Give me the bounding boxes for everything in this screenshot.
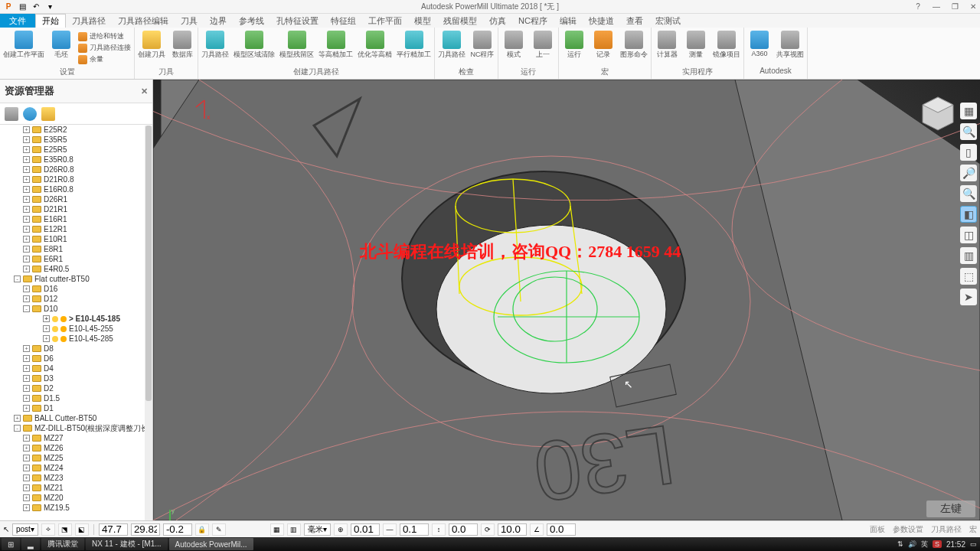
start-button[interactable]: ⊞ (2, 538, 20, 550)
status-tab[interactable]: 刀具路径 (931, 524, 962, 535)
sb-grid2[interactable]: ▥ (287, 523, 301, 536)
tree-node[interactable]: +D4 (0, 364, 152, 373)
toolbar-btn-3[interactable] (41, 107, 55, 121)
dropdown-icon[interactable]: ▾ (44, 2, 55, 12)
menu-tab[interactable]: 孔特征设置 (270, 14, 325, 28)
tree-node[interactable]: +MZ24 (0, 463, 152, 473)
ribbon-button[interactable]: 数据库 (170, 31, 194, 60)
restore-icon[interactable]: ❐ (949, 2, 960, 12)
tree-node[interactable]: +MZ19.5 (0, 503, 152, 513)
tree-node[interactable]: +E35R5 (0, 135, 152, 145)
explorer-button[interactable]: ▂ (21, 538, 40, 550)
ribbon-button[interactable]: 创建工作平面 (3, 31, 44, 60)
tree-node[interactable]: +> E10-L45-185 (0, 314, 152, 324)
ribbon-button[interactable]: 运行 (562, 31, 586, 60)
zoom-in-icon[interactable]: 🔍 (960, 185, 977, 202)
undo-icon[interactable]: ↶ (31, 2, 41, 12)
coord-y[interactable] (131, 523, 160, 536)
taskbar-app[interactable]: NX 11 - 建模 - [M1... (86, 538, 168, 550)
coord-z[interactable] (163, 523, 192, 536)
tree-node[interactable]: -MZ-DILL-BT50(根据深度调整刀长) (0, 423, 152, 433)
tree-node[interactable]: +D8 (0, 344, 152, 354)
snap4-icon[interactable]: ⟳ (481, 523, 495, 536)
select-icon[interactable]: ⬚ (960, 268, 977, 285)
toolbar-btn-1[interactable] (5, 107, 18, 121)
minimize-icon[interactable]: — (931, 2, 942, 12)
menu-tab[interactable]: 快捷道 (583, 14, 620, 28)
tree[interactable]: +E25R2+E35R5+E25R5+E35R0.8+D26R0.8+D21R0… (0, 125, 152, 520)
viewport[interactable]: L30 x ▦ 🔍 ▯ 🔎 🔍 ◧ ◫ ▥ ⬚ ➤ 北斗编程在线培训，咨询QQ：… (153, 80, 980, 520)
ribbon-button[interactable]: 共享视图 (776, 31, 804, 60)
status-tab[interactable]: 宏 (969, 524, 977, 535)
tree-node[interactable]: +E4R0.5 (0, 264, 152, 274)
menu-tab[interactable]: 宏测试 (649, 14, 687, 28)
ribbon-button[interactable]: 优化等高精 (358, 31, 392, 60)
save-icon[interactable]: ▤ (17, 2, 28, 12)
sb-grid1[interactable]: ▦ (270, 523, 284, 536)
snap2-icon[interactable]: — (383, 523, 397, 536)
snap5-icon[interactable]: ∠ (530, 523, 544, 536)
tree-node[interactable]: +E35R0.8 (0, 155, 152, 165)
menu-tab[interactable]: 残留模型 (437, 14, 483, 28)
wire-icon[interactable]: ◫ (960, 227, 977, 243)
ribbon-button[interactable]: 等高精加工 (318, 31, 353, 60)
tree-node[interactable]: +D26R1 (0, 194, 152, 204)
snap1-icon[interactable]: ⊕ (334, 523, 348, 536)
ribbon-button[interactable]: 刀具路径 (201, 31, 229, 60)
tree-node[interactable]: +E16R1 (0, 214, 152, 224)
post-select[interactable]: post ▾ (12, 523, 38, 536)
menu-tab[interactable]: 查看 (620, 14, 649, 28)
tree-node[interactable]: +D3 (0, 373, 152, 383)
tree-node[interactable]: +MZ25 (0, 453, 152, 463)
menu-tab[interactable]: 模型 (408, 14, 437, 28)
tree-node[interactable]: +BALL Cutter-BT50 (0, 413, 152, 423)
menu-tab[interactable]: 仿真 (483, 14, 512, 28)
ribbon-button[interactable]: 平行精加工 (397, 31, 431, 60)
sb-tool1[interactable]: ⟡ (41, 523, 55, 536)
tree-node[interactable]: +E6R1 (0, 254, 152, 264)
tree-node[interactable]: +E25R5 (0, 145, 152, 155)
menu-tab[interactable]: 刀具 (175, 14, 204, 28)
shade-icon[interactable]: ◧ (960, 206, 977, 223)
menu-tab[interactable]: 编辑 (554, 14, 583, 28)
tray-net-icon[interactable]: ⇅ (897, 540, 903, 548)
tree-node[interactable]: +MZ27 (0, 433, 152, 443)
zoom-out-icon[interactable]: 🔎 (960, 165, 977, 181)
tree-node[interactable]: +D26R0.8 (0, 165, 152, 174)
close-icon[interactable]: ✕ (968, 2, 978, 12)
ribbon-small-button[interactable]: 余量 (78, 54, 131, 65)
ribbon-button[interactable]: 创建刀具 (138, 31, 165, 60)
toolbar-btn-2[interactable] (23, 107, 37, 121)
file-tab[interactable]: 文件 (0, 14, 35, 28)
ribbon-button[interactable]: 图形命令 (620, 31, 648, 60)
help-icon[interactable]: ? (913, 2, 923, 12)
taskbar-app[interactable]: Autodesk PowerMil... (169, 538, 253, 550)
tree-node[interactable]: +D6 (0, 354, 152, 364)
ribbon-button[interactable]: 模型残留区 (279, 31, 314, 60)
menu-tab[interactable]: 参考线 (233, 14, 270, 28)
scroll-thumb[interactable] (145, 126, 152, 401)
ribbon-button[interactable]: 测量 (684, 31, 708, 60)
tree-node[interactable]: +D21R0.8 (0, 174, 152, 184)
ribbon-button[interactable]: 模型区域清除 (234, 31, 275, 60)
menu-tab[interactable]: 刀具路径 (66, 14, 112, 28)
tree-node[interactable]: +MZ21 (0, 483, 152, 493)
menu-tab[interactable]: 开始 (35, 14, 66, 28)
ribbon-button[interactable]: NC程序 (470, 31, 495, 60)
tree-node[interactable]: -Flat cutter-BT50 (0, 274, 152, 284)
sb-edit[interactable]: ✎ (212, 523, 226, 536)
ribbon-button[interactable]: 模式 (501, 31, 526, 60)
snap5[interactable] (547, 523, 576, 536)
menu-tab[interactable]: 工作平面 (362, 14, 408, 28)
tree-node[interactable]: +D16 (0, 284, 152, 294)
ribbon-button[interactable]: 镜像项目 (713, 31, 740, 60)
sb-tool3[interactable]: ⬕ (75, 523, 89, 536)
tree-node[interactable]: +E12R1 (0, 224, 152, 234)
tree-node[interactable]: +E16R0.8 (0, 184, 152, 194)
taskbar-app[interactable]: 腾讯课堂 (41, 538, 84, 550)
tree-node[interactable]: +MZ26 (0, 443, 152, 453)
ribbon-button[interactable]: 毛坯 (49, 31, 74, 60)
view-cube[interactable] (919, 93, 957, 132)
tree-node[interactable]: +MZ20 (0, 493, 152, 503)
tree-node[interactable]: +D1 (0, 403, 152, 413)
